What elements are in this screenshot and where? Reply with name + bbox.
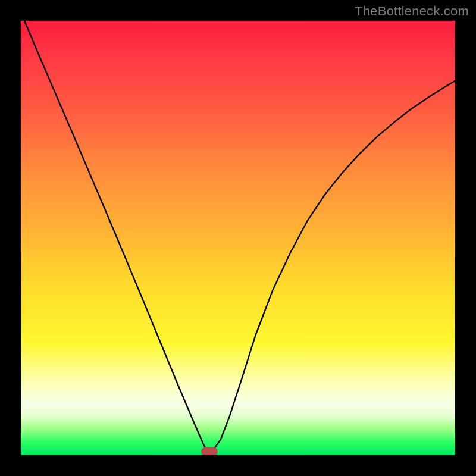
chart-frame: TheBottleneck.com (0, 0, 476, 476)
minimum-marker (201, 447, 218, 455)
curve-svg (21, 21, 455, 455)
plot-area (21, 21, 455, 455)
watermark-text: TheBottleneck.com (355, 4, 469, 19)
curve-path (21, 21, 455, 453)
